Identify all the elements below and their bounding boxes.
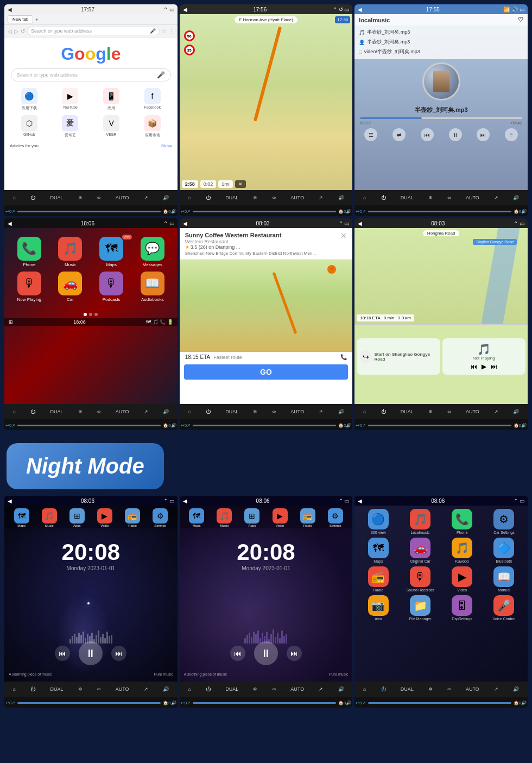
app-360view[interactable]: 🔵 360 view — [359, 509, 397, 534]
prev-nav[interactable]: ⏮ — [471, 363, 477, 370]
ac-icon-cp[interactable]: ❄ — [78, 409, 83, 414]
back-btn-cp[interactable]: ↩ — [5, 423, 9, 428]
slider-music[interactable] — [368, 211, 511, 212]
carplay-maps[interactable]: 🗺 259 Maps — [93, 237, 130, 267]
app-maps-n[interactable]: 🗺 Maps — [359, 538, 397, 563]
back-btn-music[interactable]: ↩ — [356, 209, 359, 214]
temp-icon-music[interactable]: ↗ — [362, 209, 366, 214]
nav-music-box[interactable]: 🎵 Not Playing ⏮ ▶ ⏭ — [442, 338, 525, 375]
carplay-podcasts[interactable]: 🎙 Podcasts — [93, 272, 130, 302]
home-btn[interactable]: ⌂ — [13, 195, 16, 200]
dot-2[interactable] — [89, 313, 92, 316]
app-bluetooth[interactable]: 🔷 Bluetooth — [485, 538, 523, 563]
n1-prev[interactable]: ⏮ — [55, 646, 70, 661]
back-n1[interactable]: ↩ — [5, 701, 9, 705]
app-icon-apps[interactable]: 📱 应用 — [103, 88, 119, 111]
loop-icon-music[interactable]: ∞ — [447, 195, 451, 200]
slider-n3[interactable] — [368, 702, 511, 704]
nav-icon[interactable]: ↗ — [144, 195, 148, 200]
slider[interactable] — [17, 211, 161, 212]
track-item-2[interactable]: 👤 半壶纱_刘珂矣.mp3 — [359, 37, 523, 47]
prev-btn[interactable]: ⏮ — [421, 128, 434, 141]
n2-pause[interactable]: ⏸ — [254, 641, 278, 665]
app-icon-facebook[interactable]: f Facebook — [144, 88, 161, 111]
back-icon[interactable]: ◀ — [8, 7, 12, 12]
nav-icon-nd[interactable]: ↗ — [319, 409, 323, 414]
vol-n2[interactable]: 🔊 — [338, 686, 344, 692]
n2-app-apps[interactable]: ⊞ Apps — [244, 508, 259, 527]
home-icon-music[interactable]: 🏠 — [514, 209, 519, 214]
nav-n1[interactable]: ↗ — [144, 686, 148, 692]
menu-icon[interactable]: ⋮ — [169, 28, 174, 34]
app-icon-download[interactable]: 🔵 应用下载 — [21, 88, 37, 111]
home-icon-map[interactable]: 🏠 — [338, 209, 344, 214]
app-icon-market[interactable]: 📦 应用市场 — [144, 115, 161, 138]
vol-cp[interactable]: 🔊 — [171, 423, 176, 428]
app-avin[interactable]: 📷 Avin — [359, 595, 397, 621]
home-btn-n1[interactable]: ⌂ — [13, 686, 16, 692]
volume-icon-2[interactable]: 🔊 — [171, 209, 176, 214]
nav-back[interactable]: ◁ — [8, 28, 12, 34]
app-soundrecorder[interactable]: 🎙 Sound Recorder — [401, 566, 439, 592]
vol-nm[interactable]: 🔊 — [521, 423, 527, 428]
home-btn-n2[interactable]: ⌂ — [188, 686, 191, 692]
power-btn[interactable]: ⏻ — [30, 195, 35, 200]
app-dspsettings[interactable]: 🎛 DspSettings — [443, 595, 482, 621]
loop-n2[interactable]: ∞ — [273, 686, 276, 692]
loop-n3[interactable]: ∞ — [447, 686, 451, 692]
power-btn-cp[interactable]: ⏻ — [30, 409, 35, 414]
n2-back-icon[interactable]: ◀ — [183, 498, 187, 504]
power-btn-nd[interactable]: ⏻ — [206, 409, 211, 414]
back-n2[interactable]: ↩ — [181, 701, 185, 705]
app-originalcar[interactable]: 🚗 Original Car — [401, 538, 439, 563]
nav-n2[interactable]: ↗ — [319, 686, 323, 692]
music-progress-bar[interactable] — [360, 117, 522, 119]
n1-app-apps[interactable]: ⊞ Apps — [69, 508, 85, 527]
power-btn-n2[interactable]: ⏻ — [206, 686, 211, 692]
nav-refresh[interactable]: ↺ — [21, 28, 25, 34]
carplay-audiobooks[interactable]: 📖 Audiobooks — [134, 272, 171, 302]
vol-n1[interactable]: 🔊 — [163, 686, 169, 692]
track-item-1[interactable]: 🎵 半壶纱_刘珂矣.mp3 — [359, 28, 523, 37]
app-icon-iqiyi[interactable]: 爱 爱奇艺 — [62, 115, 78, 138]
carplay-grid-icon[interactable]: ⊞ — [9, 319, 13, 325]
temp-icon-map[interactable]: ↗ — [187, 209, 191, 214]
nav-start-action[interactable]: ↪ Start on Shangliao Gongye Road — [357, 338, 440, 375]
show-link[interactable]: Show — [161, 143, 172, 148]
ac-n1[interactable]: ❄ — [78, 686, 83, 692]
loop-icon[interactable]: ∞ — [97, 195, 100, 200]
temp-icon[interactable]: ↗ — [11, 209, 15, 214]
eq-btn[interactable]: ≡ — [505, 128, 518, 141]
app-icon-github[interactable]: ⬡ GitHub — [21, 115, 37, 138]
power-btn-n1[interactable]: ⏻ — [30, 686, 35, 692]
n2-prev[interactable]: ⏮ — [230, 646, 245, 661]
ac-icon-map[interactable]: ❄ — [253, 195, 257, 200]
nav-icon-music[interactable]: ↗ — [494, 195, 498, 200]
n1-app-settings[interactable]: ⚙ Settings — [153, 508, 168, 527]
nav-n3[interactable]: ↗ — [494, 686, 498, 692]
home-icon-nm[interactable]: 🏠 — [514, 423, 519, 428]
vol-n3[interactable]: 🔊 — [513, 686, 519, 692]
vol-n3-2[interactable]: 🔊 — [521, 701, 527, 705]
app-carsettings[interactable]: ⚙ Car Settings — [485, 509, 523, 534]
vol-n2-2[interactable]: 🔊 — [346, 701, 351, 705]
new-tab-btn[interactable]: + — [35, 17, 38, 22]
home-btn-nm[interactable]: ⌂ — [363, 409, 366, 414]
app-phone[interactable]: 📞 Phone — [443, 509, 482, 534]
shuffle-btn[interactable]: ⇄ — [392, 128, 406, 141]
carplay-nowplaying[interactable]: 🎙 Now Playing — [11, 272, 48, 302]
app-localmusic[interactable]: 🎵 Localmusic — [401, 509, 439, 534]
map-back-icon[interactable]: ◀ — [183, 7, 187, 12]
home-icon-cp[interactable]: 🏠 — [163, 423, 168, 428]
n2-app-radio[interactable]: 📻 Radio — [300, 508, 315, 527]
track-item-3[interactable]: □ video/半壶纱_刘珂矣.mp3 — [359, 47, 523, 57]
n1-app-music[interactable]: 🎵 Music — [42, 508, 57, 527]
n2-app-settings[interactable]: ⚙ Settings — [328, 508, 343, 527]
ac-icon-music[interactable]: ❄ — [428, 195, 433, 200]
home-btn-cp[interactable]: ⌂ — [13, 409, 16, 414]
home-n2[interactable]: 🏠 — [338, 701, 344, 705]
play-nav[interactable]: ▶ — [482, 363, 486, 370]
n1-back-icon[interactable]: ◀ — [8, 498, 12, 504]
dot-3[interactable] — [94, 313, 98, 316]
home-n3[interactable]: 🏠 — [514, 701, 519, 705]
